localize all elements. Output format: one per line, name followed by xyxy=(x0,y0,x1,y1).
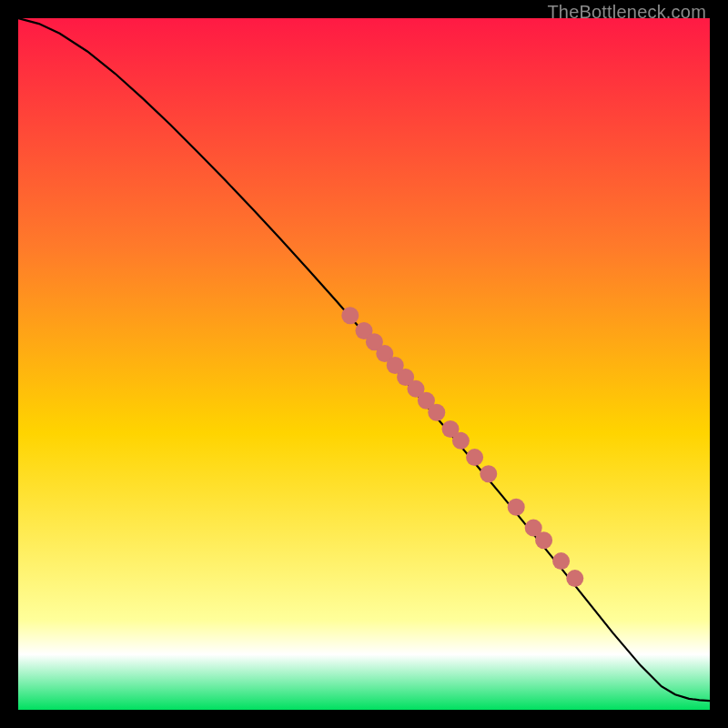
data-marker xyxy=(508,499,525,516)
data-marker xyxy=(341,307,359,324)
data-marker xyxy=(535,531,552,549)
data-marker xyxy=(552,552,570,570)
data-marker xyxy=(466,449,483,466)
data-marker xyxy=(480,465,497,482)
data-marker xyxy=(566,570,583,587)
gradient-background xyxy=(18,18,710,710)
data-marker xyxy=(428,404,445,421)
chart-frame xyxy=(18,18,710,710)
data-marker xyxy=(452,432,470,450)
chart-svg xyxy=(18,18,710,710)
